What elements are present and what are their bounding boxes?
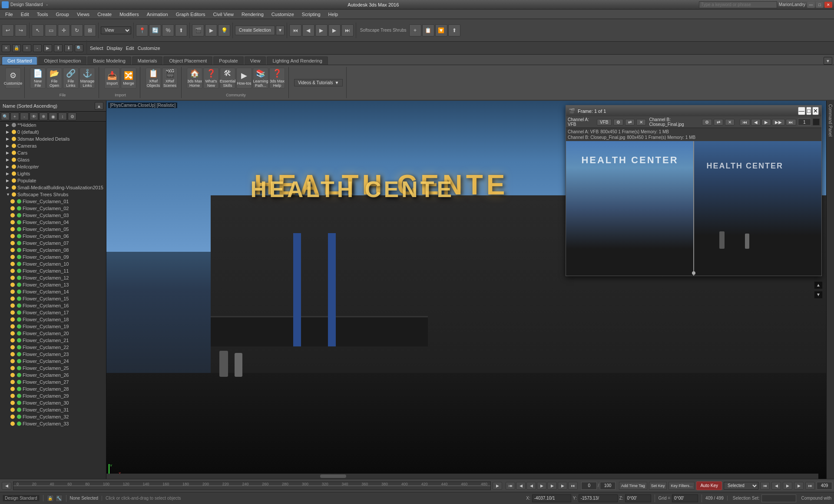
ribbon-how-tos-btn[interactable]: ▶ How-tos: [236, 68, 252, 89]
channel-a-settings-btn[interactable]: ⚙: [613, 119, 623, 125]
ribbon-essential-skills-btn[interactable]: 🛠 Essential Skills: [220, 68, 235, 89]
tab-populate[interactable]: Populate: [213, 56, 243, 65]
ribbon-whats-new-btn[interactable]: ❓ What's New: [203, 68, 219, 89]
timeline-prev-btn[interactable]: ◀: [2, 482, 11, 490]
play-start-btn[interactable]: ⏮: [506, 482, 515, 490]
next-frame-btn2[interactable]: ▶: [547, 482, 557, 490]
tree-item-flower-21[interactable]: Flower_Cyclamen_21: [0, 337, 106, 344]
tree-item-flower-26[interactable]: Flower_Cyclamen_26: [0, 372, 106, 379]
tree-item-flower-13[interactable]: Flower_Cyclamen_13: [0, 281, 106, 288]
tree-item-flower-19[interactable]: Flower_Cyclamen_19: [0, 323, 106, 330]
render-prev-btn[interactable]: ◀: [751, 119, 761, 125]
tree-item-flower-18[interactable]: Flower_Cyclamen_18: [0, 316, 106, 323]
tree-expand-all-btn[interactable]: +: [10, 112, 19, 120]
sec-display-link[interactable]: Display: [107, 46, 122, 51]
tab-get-started[interactable]: Get Started: [2, 56, 37, 65]
tree-item-flower-27[interactable]: Flower_Cyclamen_27: [0, 379, 106, 385]
viewport-nav-down[interactable]: ▼: [814, 291, 823, 299]
sec-btn8[interactable]: 🔍: [75, 44, 83, 52]
render-setup-button[interactable]: 🎬: [192, 24, 204, 36]
sec-customize-link[interactable]: Customize: [138, 46, 160, 51]
sec-btn4[interactable]: -: [33, 44, 42, 52]
sec-btn7[interactable]: ⬇: [64, 44, 73, 52]
tree-freeze-btn[interactable]: ❄: [39, 112, 48, 120]
tree-item-flower-05[interactable]: Flower_Cyclamen_05: [0, 226, 106, 233]
add-time-tag-btn[interactable]: Add Time Tag: [619, 482, 647, 490]
menu-graph-editors[interactable]: Graph Editors: [172, 11, 209, 18]
coord-x-input[interactable]: [532, 494, 571, 502]
sec-btn6[interactable]: ⬆: [54, 44, 63, 52]
tree-item-hidden[interactable]: ▶ **Hidden: [0, 122, 106, 128]
select-button[interactable]: ↖: [32, 24, 44, 36]
render-play-start-btn[interactable]: ⏮: [740, 119, 750, 125]
move-button[interactable]: ✛: [58, 24, 70, 36]
play-button[interactable]: ⏮: [289, 24, 301, 36]
tree-item-flower-33[interactable]: Flower_Cyclamen_33: [0, 420, 106, 427]
tree-item-flower-30[interactable]: Flower_Cyclamen_30: [0, 399, 106, 406]
ribbon-new-file-btn[interactable]: 📄 New File: [30, 68, 46, 89]
menu-group[interactable]: Group: [52, 11, 73, 18]
menu-tools[interactable]: Tools: [33, 11, 52, 18]
render-frame-input[interactable]: [798, 119, 811, 125]
render-end-btn[interactable]: ⏭: [786, 119, 796, 125]
play-anim-btn2[interactable]: ▶: [537, 482, 546, 490]
ribbon-file-links-btn[interactable]: 🔗 File Links: [63, 68, 79, 89]
tree-item-flower-09[interactable]: Flower_Cyclamen_09: [0, 254, 106, 260]
select-region-button[interactable]: ▭: [45, 24, 57, 36]
render-minimize-btn[interactable]: —: [798, 107, 805, 115]
tree-item-flower-15[interactable]: Flower_Cyclamen_15: [0, 295, 106, 302]
prev-key-btn[interactable]: ◀: [516, 482, 526, 490]
tab-basic-modeling[interactable]: Basic Modeling: [87, 56, 131, 65]
minimize-button[interactable]: —: [807, 2, 815, 8]
ribbon-3dsmax-home-btn[interactable]: 🏠 3ds Max Home: [187, 68, 202, 89]
hscroll-thumb[interactable]: [320, 474, 346, 478]
tree-item-flower-03[interactable]: Flower_Cyclamen_03: [0, 212, 106, 219]
active-shade-button[interactable]: 💡: [218, 24, 230, 36]
tree-item-flower-20[interactable]: Flower_Cyclamen_20: [0, 330, 106, 337]
ribbon-toggle-btn[interactable]: ▼: [824, 57, 832, 65]
tree-item-flower-04[interactable]: Flower_Cyclamen_04: [0, 219, 106, 226]
tab-materials[interactable]: Materials: [132, 56, 163, 65]
tree-item-flower-24[interactable]: Flower_Cyclamen_24: [0, 358, 106, 365]
right-next-key[interactable]: ▶: [794, 482, 804, 490]
coord-z-input[interactable]: [625, 494, 651, 502]
right-frame-input[interactable]: [817, 482, 832, 490]
render-maximize-btn[interactable]: □: [806, 107, 811, 115]
sec-select-link[interactable]: Select: [90, 46, 103, 51]
tree-item-flower-02[interactable]: Flower_Cyclamen_02: [0, 205, 106, 212]
menu-customize[interactable]: Customize: [268, 11, 298, 18]
maximize-button[interactable]: □: [816, 2, 824, 8]
right-end[interactable]: ⏭: [805, 482, 815, 490]
menu-create[interactable]: Create: [94, 11, 115, 18]
ribbon-open-btn[interactable]: 📂 File Open: [46, 68, 62, 89]
create-selection-dropdown[interactable]: ▼: [276, 26, 285, 35]
render-next-btn[interactable]: ▶▶: [772, 119, 785, 125]
ribbon-learning-path-btn[interactable]: 📚 Learning Path...: [253, 68, 268, 89]
layer-btn1[interactable]: +: [409, 24, 421, 36]
right-prev-key[interactable]: ◀: [771, 482, 781, 490]
tree-item-flower-31[interactable]: Flower_Cyclamen_31: [0, 406, 106, 413]
tree-display-btn[interactable]: 👁: [30, 112, 38, 120]
ribbon-merge-btn[interactable]: 🔀 Merge: [121, 68, 136, 89]
tree-item-flower-14[interactable]: Flower_Cyclamen_14: [0, 288, 106, 295]
menu-animation[interactable]: Animation: [143, 11, 172, 18]
set-key-btn[interactable]: Set Key: [649, 482, 667, 490]
redo-button[interactable]: ↪: [15, 24, 27, 36]
viewport-nav-up[interactable]: ▲: [814, 281, 823, 289]
render-button[interactable]: ▶: [205, 24, 217, 36]
key-filters-btn[interactable]: Key Filters...: [669, 482, 695, 490]
sec-btn3[interactable]: +: [23, 44, 31, 52]
tree-render-btn[interactable]: ◉: [49, 112, 57, 120]
prev-frame-btn2[interactable]: ◀: [526, 482, 536, 490]
snap-toggle-button[interactable]: 📍: [136, 24, 148, 36]
current-frame-input[interactable]: [581, 482, 597, 490]
menu-scripting[interactable]: Scripting: [298, 11, 324, 18]
layer-btn3[interactable]: 🔽: [435, 24, 447, 36]
selection-set-input[interactable]: [761, 494, 796, 502]
sec-close-btn[interactable]: ✕: [2, 44, 10, 52]
tree-collapse-all-btn[interactable]: -: [20, 112, 29, 120]
tree-item-populate[interactable]: ▶ Populate: [0, 177, 106, 184]
tree-item-flower-10[interactable]: Flower_Cyclamen_10: [0, 260, 106, 267]
menu-edit[interactable]: Edit: [17, 11, 33, 18]
prev-frame-button[interactable]: ◀: [302, 24, 314, 36]
